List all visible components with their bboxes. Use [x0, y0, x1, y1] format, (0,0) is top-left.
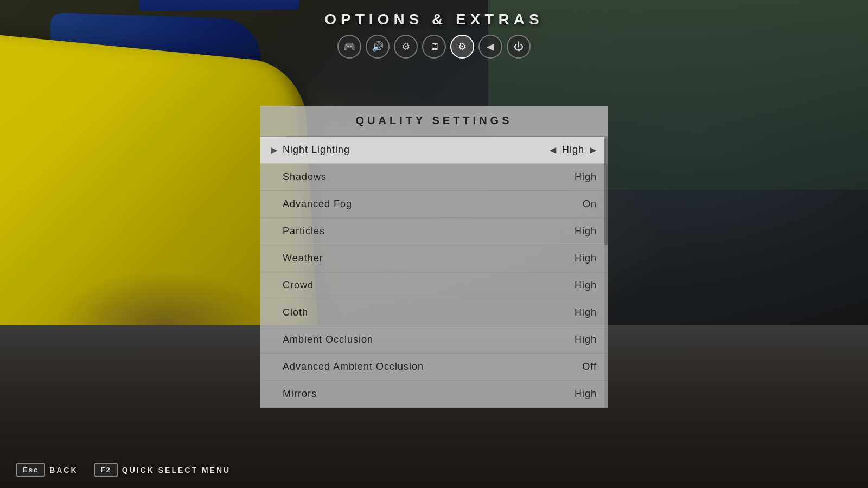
setting-name: Advanced Ambient Occlusion	[283, 361, 582, 373]
setting-row[interactable]: ▶ Particles High	[260, 218, 608, 245]
nav-icon-gamepad[interactable]: 🎮	[337, 35, 361, 59]
setting-row[interactable]: ▶ Mirrors High	[260, 381, 608, 408]
back-button[interactable]: Esc BACK	[16, 463, 78, 477]
setting-name: Weather	[283, 253, 575, 264]
quick-select-button[interactable]: F2 QUICK SELECT MENU	[94, 463, 231, 477]
nav-icon-display[interactable]: 🖥	[422, 35, 446, 59]
settings-scroll-area[interactable]: ▶ Night Lighting ◀ High ▶ ▶ Shadows High…	[260, 137, 608, 408]
car-wing	[139, 0, 301, 11]
setting-row[interactable]: ▶ Night Lighting ◀ High ▶	[260, 137, 608, 164]
setting-value: On	[583, 198, 597, 210]
back-label: BACK	[49, 466, 78, 474]
setting-value: ◀ High ▶	[550, 144, 597, 156]
nav-icon-row: 🎮 🔊 ⚙ 🖥 ⚙ ◀ ⏻	[337, 35, 531, 59]
setting-name: Crowd	[283, 280, 575, 291]
setting-row[interactable]: ▶ Advanced Fog On	[260, 191, 608, 218]
setting-value: High	[575, 253, 597, 264]
panel-title: QUALITY SETTINGS	[260, 106, 608, 137]
setting-value: High	[575, 226, 597, 237]
setting-value: High	[575, 388, 597, 400]
setting-value: High	[575, 307, 597, 318]
top-navigation: OPTIONS & EXTRAS 🎮 🔊 ⚙ 🖥 ⚙ ◀ ⏻	[0, 11, 868, 59]
setting-name: Advanced Fog	[283, 198, 583, 210]
setting-row[interactable]: ▶ Crowd High	[260, 272, 608, 299]
f2-key: F2	[94, 463, 118, 477]
arrow-right-icon[interactable]: ▶	[590, 145, 597, 155]
setting-name: Shadows	[283, 171, 575, 183]
setting-name: Cloth	[283, 307, 575, 318]
setting-value: High	[575, 334, 597, 345]
quick-select-label: QUICK SELECT MENU	[122, 466, 231, 474]
selected-indicator: ▶	[271, 146, 277, 155]
scroll-thumb[interactable]	[604, 137, 608, 245]
setting-name: Ambient Occlusion	[283, 334, 575, 345]
setting-row[interactable]: ▶ Advanced Ambient Occlusion Off	[260, 354, 608, 381]
setting-value: Off	[582, 361, 597, 373]
setting-value: High	[575, 171, 597, 183]
setting-value: High	[575, 280, 597, 291]
page-title: OPTIONS & EXTRAS	[324, 11, 543, 28]
arrow-left-icon[interactable]: ◀	[550, 145, 557, 155]
nav-icon-power[interactable]: ⏻	[507, 35, 531, 59]
settings-list: ▶ Night Lighting ◀ High ▶ ▶ Shadows High…	[260, 137, 608, 408]
setting-row[interactable]: ▶ Shadows High	[260, 164, 608, 191]
esc-key: Esc	[16, 463, 45, 477]
setting-name: Mirrors	[283, 388, 575, 400]
nav-icon-replay[interactable]: ◀	[478, 35, 502, 59]
setting-name: Night Lighting	[283, 144, 550, 156]
bottom-controls: Esc BACK F2 QUICK SELECT MENU	[16, 463, 231, 477]
scroll-track	[604, 137, 608, 408]
setting-row[interactable]: ▶ Ambient Occlusion High	[260, 326, 608, 354]
setting-row[interactable]: ▶ Weather High	[260, 245, 608, 272]
nav-icon-settings[interactable]: ⚙	[450, 35, 474, 59]
nav-icon-audio[interactable]: 🔊	[366, 35, 390, 59]
nav-icon-controls[interactable]: ⚙	[394, 35, 418, 59]
setting-row[interactable]: ▶ Cloth High	[260, 299, 608, 326]
quality-settings-panel: QUALITY SETTINGS ▶ Night Lighting ◀ High…	[260, 106, 608, 408]
setting-name: Particles	[283, 226, 575, 237]
